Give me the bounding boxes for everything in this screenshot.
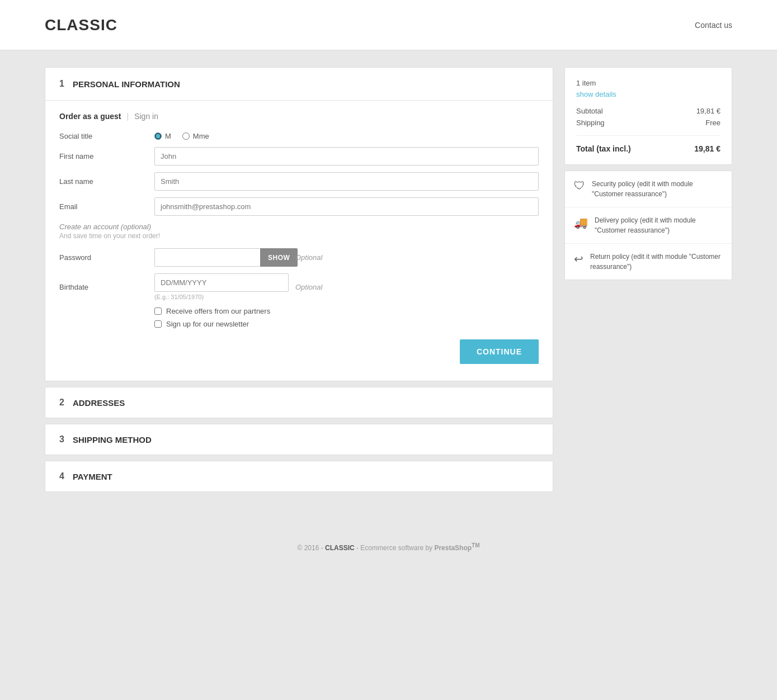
total-value: 19,81 € xyxy=(694,144,721,153)
password-optional-label: Optional xyxy=(295,253,322,262)
section4-number: 4 xyxy=(59,471,64,481)
contact-us-link[interactable]: Contact us xyxy=(695,21,732,30)
shipping-card: 3 SHIPPING METHOD xyxy=(45,424,553,455)
newsletter-checkbox-label[interactable]: Sign up for our newsletter xyxy=(166,320,249,328)
delivery-policy-text: Delivery policy (edit it with module "Cu… xyxy=(595,215,723,235)
delivery-icon: 🚚 xyxy=(574,216,588,229)
return-policy-text: Return policy (edit it with module "Cust… xyxy=(590,252,723,272)
return-policy-block: ↩ Return policy (edit it with module "Cu… xyxy=(565,244,732,280)
radio-m-input[interactable] xyxy=(154,133,162,140)
section3-header: 3 SHIPPING METHOD xyxy=(45,424,553,455)
first-name-input[interactable] xyxy=(154,147,539,165)
footer-separator: - xyxy=(321,544,325,552)
birthdate-label: Birthdate xyxy=(59,283,154,291)
email-row: Email xyxy=(59,197,539,216)
radio-m-label[interactable]: M xyxy=(154,132,171,140)
continue-row: CONTINUE xyxy=(59,339,539,370)
continue-button[interactable]: CONTINUE xyxy=(460,339,539,364)
birthdate-row: Birthdate (E.g.: 31/05/1970) Optional xyxy=(59,273,539,300)
subtotal-value: 19,81 € xyxy=(696,107,721,115)
show-details-link[interactable]: show details xyxy=(576,90,721,98)
section4-title: PAYMENT xyxy=(73,472,112,481)
personal-info-form: Order as a guest | Sign in Social title … xyxy=(45,101,553,381)
last-name-label: Last name xyxy=(59,177,154,186)
social-title-label: Social title xyxy=(59,132,154,140)
first-name-row: First name xyxy=(59,147,539,165)
reassurance-card: 🛡 Security policy (edit it with module "… xyxy=(564,171,732,280)
section4-header: 4 PAYMENT xyxy=(45,461,553,491)
offers-checkbox-row: Receive offers from our partners xyxy=(154,307,539,315)
security-icon: 🛡 xyxy=(574,179,585,192)
social-title-radios: M Mme xyxy=(154,132,539,140)
right-panel: 1 item show details Subtotal 19,81 € Shi… xyxy=(564,67,732,498)
security-policy-block: 🛡 Security policy (edit it with module "… xyxy=(565,171,732,207)
radio-mme-input[interactable] xyxy=(182,133,190,140)
first-name-wrap xyxy=(154,147,539,165)
create-account-label: Create an account xyxy=(59,223,119,231)
footer-platform-sup: TM xyxy=(472,542,479,548)
left-panel: 1 PERSONAL INFORMATION Order as a guest … xyxy=(45,67,553,498)
header-logo: CLASSIC xyxy=(45,16,117,34)
birthdate-hint: (E.g.: 31/05/1970) xyxy=(154,294,289,300)
shipping-label: Shipping xyxy=(576,119,605,127)
birthdate-optional-label: Optional xyxy=(295,283,322,291)
order-summary: 1 item show details Subtotal 19,81 € Shi… xyxy=(565,68,732,164)
section1-number: 1 xyxy=(59,79,64,89)
order-as-guest-label: Order as a guest xyxy=(59,112,121,121)
summary-divider xyxy=(576,135,721,136)
order-summary-card: 1 item show details Subtotal 19,81 € Shi… xyxy=(564,67,732,165)
section1-header: 1 PERSONAL INFORMATION xyxy=(45,68,553,100)
offers-checkbox-label[interactable]: Receive offers from our partners xyxy=(166,307,270,315)
subtotal-row: Subtotal 19,81 € xyxy=(576,107,721,115)
subtotal-label: Subtotal xyxy=(576,107,603,115)
footer-copyright-icon: © xyxy=(297,544,302,552)
email-input[interactable] xyxy=(154,197,539,216)
password-label: Password xyxy=(59,253,154,262)
offers-checkbox[interactable] xyxy=(154,308,162,315)
radio-m-text: M xyxy=(165,132,171,140)
create-account-section: Create an account (optional) And save ti… xyxy=(59,223,539,240)
footer-platform-name: PrestaShop xyxy=(434,544,472,552)
personal-info-card: 1 PERSONAL INFORMATION Order as a guest … xyxy=(45,67,553,381)
create-account-subtitle: And save time on your next order! xyxy=(59,232,539,240)
show-password-button[interactable]: SHOW xyxy=(260,248,298,267)
last-name-row: Last name xyxy=(59,172,539,191)
shipping-value: Free xyxy=(705,119,721,127)
guest-bar: Order as a guest | Sign in xyxy=(59,112,539,121)
delivery-policy-block: 🚚 Delivery policy (edit it with module "… xyxy=(565,207,732,244)
create-account-optional: (optional) xyxy=(121,223,151,231)
footer-platform: PrestaShopTM xyxy=(434,544,479,552)
footer: © 2016 - CLASSIC - Ecommerce software by… xyxy=(0,526,777,569)
last-name-wrap xyxy=(154,172,539,191)
main-content: 1 PERSONAL INFORMATION Order as a guest … xyxy=(0,50,777,514)
radio-mme-label[interactable]: Mme xyxy=(182,132,209,140)
total-row: Total (tax incl.) 19,81 € xyxy=(576,144,721,153)
first-name-label: First name xyxy=(59,152,154,160)
section2-title: ADDRESSES xyxy=(73,398,125,408)
footer-brand: CLASSIC xyxy=(325,544,355,552)
password-wrap: SHOW Optional xyxy=(154,248,539,267)
security-policy-text: Security policy (edit it with module "Cu… xyxy=(592,179,723,199)
birthdate-input[interactable] xyxy=(154,273,289,292)
section2-header: 2 ADDRESSES xyxy=(45,387,553,418)
password-input[interactable] xyxy=(154,248,260,267)
section1-title: PERSONAL INFORMATION xyxy=(73,79,180,89)
header: CLASSIC Contact us xyxy=(0,0,777,50)
pipe-divider: | xyxy=(127,112,129,121)
birthdate-input-wrap: (E.g.: 31/05/1970) xyxy=(154,273,289,300)
last-name-input[interactable] xyxy=(154,172,539,191)
radio-mme-text: Mme xyxy=(193,132,209,140)
newsletter-checkbox-row: Sign up for our newsletter xyxy=(154,320,539,328)
email-label: Email xyxy=(59,202,154,211)
newsletter-checkbox[interactable] xyxy=(154,320,162,328)
social-title-row: Social title M Mme xyxy=(59,132,539,140)
footer-suffix: - Ecommerce software by xyxy=(356,544,434,552)
email-wrap xyxy=(154,197,539,216)
sign-in-link[interactable]: Sign in xyxy=(134,112,158,121)
password-row: Password SHOW Optional xyxy=(59,248,539,267)
birthdate-wrap: (E.g.: 31/05/1970) Optional xyxy=(154,273,539,300)
item-count: 1 item xyxy=(576,79,721,87)
section2-number: 2 xyxy=(59,398,64,408)
password-input-group: SHOW xyxy=(154,248,289,267)
total-label: Total (tax incl.) xyxy=(576,144,631,153)
